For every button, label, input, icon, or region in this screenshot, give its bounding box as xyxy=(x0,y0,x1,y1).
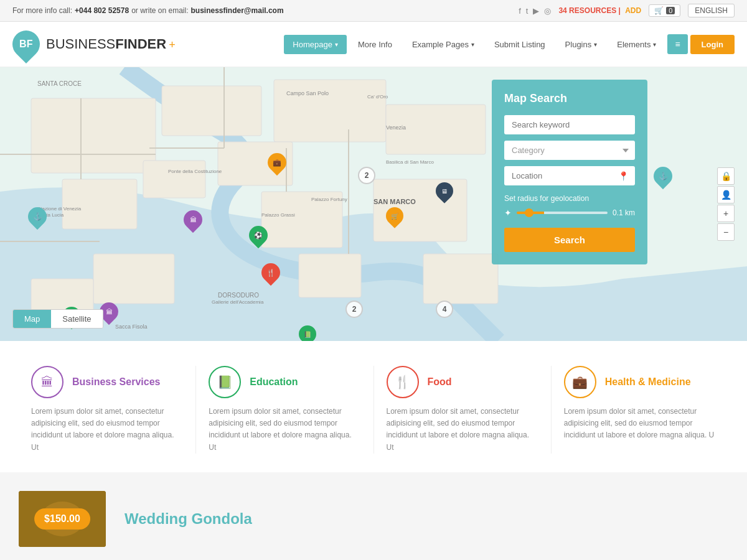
social-icons: f t ▶ ◎ xyxy=(519,6,551,16)
category-education: 📗 Education Lorem ipsum dolor sit amet, … xyxy=(196,366,374,454)
svg-rect-3 xyxy=(274,80,386,142)
cluster-marker-4: 4 xyxy=(436,301,453,318)
top-bar: For more info call: +044 802 52578 or wr… xyxy=(0,0,747,22)
chevron-down-icon: ▾ xyxy=(471,41,474,48)
svg-text:Ponte della Costituzione: Ponte della Costituzione xyxy=(168,169,222,174)
marker-number-2a[interactable]: 2 xyxy=(358,167,375,184)
rss-icon[interactable]: ◎ xyxy=(544,6,551,16)
marker-number-4[interactable]: 4 xyxy=(436,301,453,318)
geo-slider-row: ✦ 0.1 km xyxy=(504,208,635,218)
location-input[interactable] xyxy=(504,166,635,185)
category-header-health: 💼 Health & Medicine xyxy=(564,366,716,398)
geo-value: 0.1 km xyxy=(613,208,635,217)
satellite-view-button[interactable]: Satellite xyxy=(51,310,102,328)
cart-icon: 🛒 xyxy=(654,6,664,15)
twitter-icon[interactable]: t xyxy=(526,6,529,16)
resources-badge: 34 RESOURCES | ADD xyxy=(558,6,641,15)
cart-button[interactable]: 🛒 0 xyxy=(649,4,680,17)
info-text: For more info call: xyxy=(12,6,72,15)
nav-elements[interactable]: Elements ▾ xyxy=(608,35,665,54)
marker-book[interactable]: 📗 xyxy=(299,325,316,341)
location-row: 📍 xyxy=(504,166,635,185)
museum-icon-2: 🏛 xyxy=(106,308,113,315)
svg-text:Palazzo Grassi: Palazzo Grassi xyxy=(261,212,295,218)
phone-link[interactable]: +044 802 52578 xyxy=(75,6,129,15)
anchor-icon-right: ⚓ xyxy=(659,172,668,180)
svg-text:DORSODURO: DORSODURO xyxy=(218,292,259,299)
shopping-icon: 💼 xyxy=(273,159,281,167)
marker-anchor-right[interactable]: ⚓ xyxy=(654,167,672,185)
health-name[interactable]: Health & Medicine xyxy=(605,376,691,388)
nav-example-pages[interactable]: Example Pages ▾ xyxy=(403,35,483,54)
anchor-icon: ⚓ xyxy=(33,212,42,221)
marker-anchor-left[interactable]: ⚓ xyxy=(28,207,47,226)
svg-text:Sacca Fisola: Sacca Fisola xyxy=(115,324,148,330)
map-search-panel: Map Search Category 📍 Set radius for geo… xyxy=(492,80,647,264)
teaser-title[interactable]: Wedding Gondola xyxy=(125,510,252,528)
svg-rect-12 xyxy=(423,254,498,304)
business-services-desc: Lorem ipsum dolor sit amet, consectetur … xyxy=(31,406,183,454)
marker-screen[interactable]: 🖥 xyxy=(436,182,453,200)
marker-food-1[interactable]: 🍴 xyxy=(261,263,280,282)
category-header-education: 📗 Education xyxy=(209,366,360,398)
geo-label: Set radius for geolocation xyxy=(504,194,635,203)
language-button[interactable]: ENGLISH xyxy=(688,4,735,17)
logo-plus: + xyxy=(169,39,176,51)
cluster-marker-2: 2 xyxy=(358,167,375,184)
category-business: 🏛 Business Services Lorem ipsum dolor si… xyxy=(19,366,196,454)
nav-more-info[interactable]: More Info xyxy=(349,35,401,54)
nav-plugins[interactable]: Plugins ▾ xyxy=(557,35,606,54)
education-desc: Lorem ipsum dolor sit amet, consectetur … xyxy=(209,406,360,454)
category-health: 💼 Health & Medicine Lorem ipsum dolor si… xyxy=(552,366,728,454)
add-link[interactable]: ADD xyxy=(625,6,641,15)
education-icon: 📗 xyxy=(209,366,241,398)
marker-shopping-1[interactable]: 💼 xyxy=(268,153,286,172)
logo-name-bold: FINDER xyxy=(115,36,166,52)
marker-museum-1[interactable]: 🏛 xyxy=(184,210,202,229)
header: BF BUSINESSFINDER+ Homepage ▾ More Info … xyxy=(0,22,747,67)
email-link[interactable]: businessfinder@mail.com xyxy=(191,6,284,15)
svg-text:Palazzo Fortuny: Palazzo Fortuny xyxy=(311,197,347,202)
login-button[interactable]: Login xyxy=(690,35,735,54)
marker-sports-1[interactable]: ⚽ xyxy=(249,226,268,245)
category-select[interactable]: Category xyxy=(504,141,635,160)
map-search-button[interactable]: Search xyxy=(504,228,635,252)
hamburger-button[interactable]: ≡ xyxy=(667,34,687,54)
category-header-business: 🏛 Business Services xyxy=(31,366,183,398)
chevron-down-icon: ▾ xyxy=(594,41,597,48)
category-food: 🍴 Food Lorem ipsum dolor sit amet, conse… xyxy=(374,366,552,454)
facebook-icon[interactable]: f xyxy=(519,6,521,16)
svg-text:SANTA CROCE: SANTA CROCE xyxy=(37,80,82,87)
teaser-image: $150.00 xyxy=(19,491,106,547)
chevron-down-icon: ▾ xyxy=(653,41,656,48)
keyword-input[interactable] xyxy=(504,115,635,134)
bottom-teaser: $150.00 Wedding Gondola xyxy=(0,472,747,560)
nav-homepage[interactable]: Homepage ▾ xyxy=(284,35,347,54)
svg-text:SAN MARCO: SAN MARCO xyxy=(374,198,416,205)
zoom-out-button[interactable]: − xyxy=(717,223,735,241)
map-view-button[interactable]: Map xyxy=(13,310,51,328)
contact-info: For more info call: +044 802 52578 or wr… xyxy=(12,6,284,15)
map-person-icon: 👤 xyxy=(717,186,735,203)
category-header-food: 🍴 Food xyxy=(387,366,538,398)
resources-count: 34 RESOURCES xyxy=(558,6,616,15)
svg-text:Ca' d'Oro: Ca' d'Oro xyxy=(367,94,388,100)
svg-rect-1 xyxy=(31,98,156,173)
geo-radius-slider[interactable] xyxy=(517,212,608,214)
cart-icon-map: 🛒 xyxy=(391,213,398,220)
marker-number-2b[interactable]: 2 xyxy=(345,301,363,318)
zoom-in-button[interactable]: + xyxy=(717,205,735,222)
education-name[interactable]: Education xyxy=(250,376,298,388)
logo-name-light: BUSINESS xyxy=(46,36,115,52)
marker-cart[interactable]: 🛒 xyxy=(386,207,403,225)
food-icon: 🍴 xyxy=(266,269,275,277)
business-services-name[interactable]: Business Services xyxy=(72,376,160,388)
svg-rect-4 xyxy=(62,179,137,229)
map-lock-icon: 🔒 xyxy=(717,167,735,185)
museum-icon: 🏛 xyxy=(190,216,197,223)
nav-submit-listing[interactable]: Submit Listing xyxy=(486,35,554,54)
youtube-icon[interactable]: ▶ xyxy=(533,6,539,16)
food-desc: Lorem ipsum dolor sit amet, consectetur … xyxy=(387,406,538,454)
cluster-marker-2b: 2 xyxy=(345,301,363,318)
food-name[interactable]: Food xyxy=(428,376,452,388)
